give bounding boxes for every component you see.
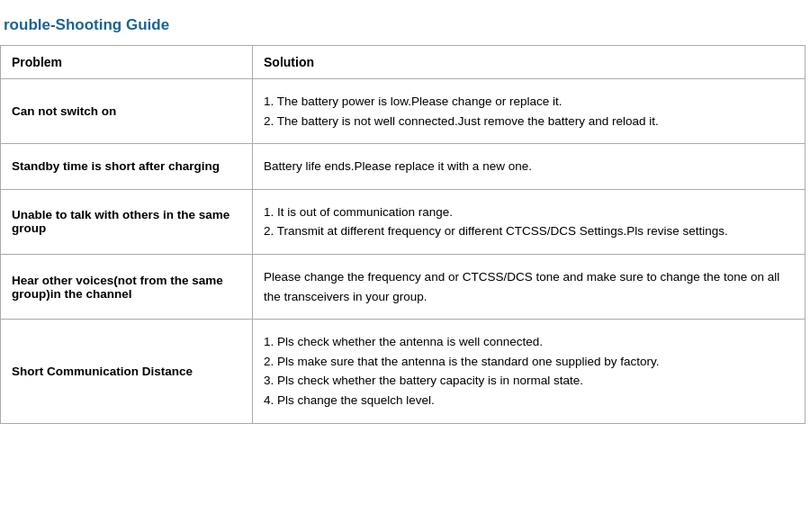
table-row: Short Communication Distance1. Pls check… <box>1 320 806 423</box>
solution-cell-3: Please change the frequency and or CTCSS… <box>253 254 806 319</box>
problem-cell-2: Unable to talk with others in the same g… <box>1 189 253 254</box>
problem-cell-0: Can not switch on <box>1 79 253 144</box>
table-row: Unable to talk with others in the same g… <box>1 189 806 254</box>
solution-cell-0: 1. The battery power is low.Please chang… <box>253 79 806 144</box>
page-container: rouble-Shooting Guide Problem Solution C… <box>0 0 810 433</box>
problem-cell-1: Standby time is short after charging <box>1 144 253 190</box>
table-row: Hear other voices(not from the same grou… <box>1 254 806 319</box>
page-title: rouble-Shooting Guide <box>0 9 806 41</box>
solution-cell-4: 1. Pls check whether the antenna is well… <box>253 320 806 423</box>
solution-cell-1: Battery life ends.Please replace it with… <box>253 144 806 190</box>
troubleshooting-table: Problem Solution Can not switch on1. The… <box>0 45 806 424</box>
solution-cell-2: 1. It is out of communication range.2. T… <box>253 189 806 254</box>
header-solution: Solution <box>253 46 806 79</box>
problem-cell-4: Short Communication Distance <box>1 320 253 423</box>
table-row: Standby time is short after chargingBatt… <box>1 144 806 190</box>
table-row: Can not switch on1. The battery power is… <box>1 79 806 144</box>
problem-cell-3: Hear other voices(not from the same grou… <box>1 254 253 319</box>
header-problem: Problem <box>1 46 253 79</box>
